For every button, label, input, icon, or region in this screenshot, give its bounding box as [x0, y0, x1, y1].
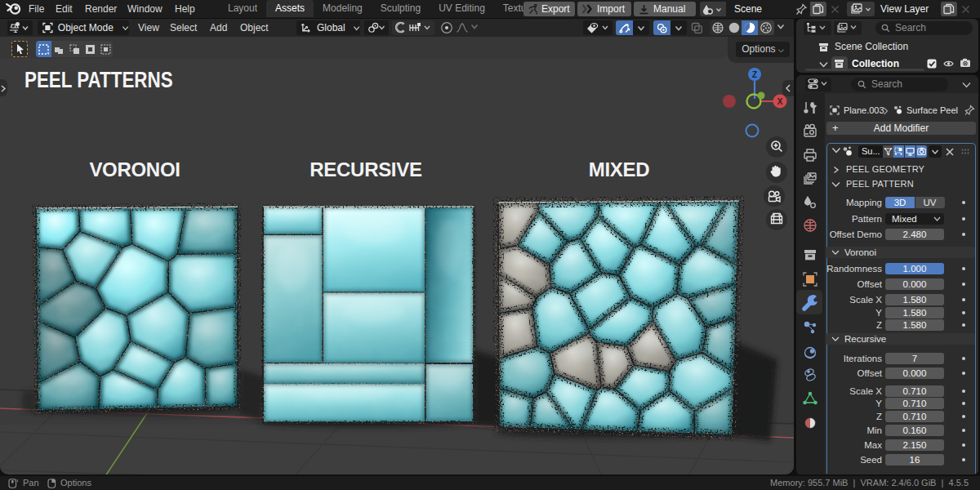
svg-text:RECURSIVE: RECURSIVE	[310, 158, 422, 180]
svg-text:VORONOI: VORONOI	[89, 158, 180, 180]
svg-text:PEEL PATTERNS: PEEL PATTERNS	[24, 67, 173, 92]
svg-text:X: X	[777, 97, 783, 106]
svg-text:Z: Z	[752, 70, 757, 79]
svg-text:MIXED: MIXED	[589, 158, 650, 180]
